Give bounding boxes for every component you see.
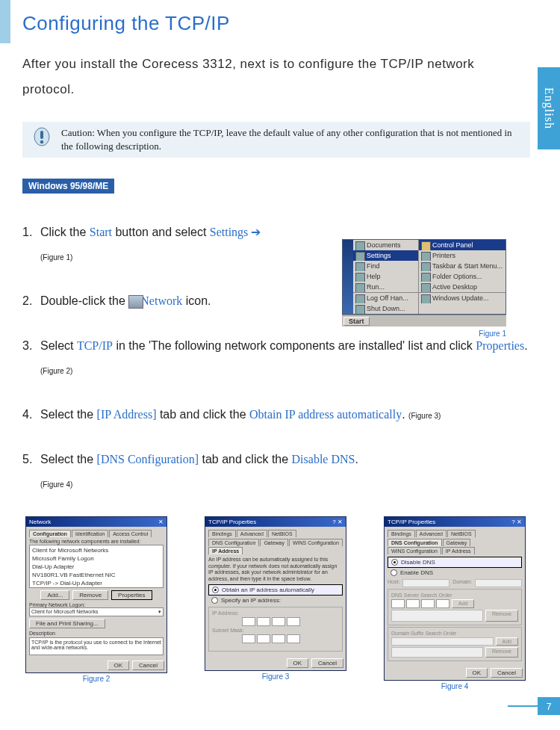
domain-label: Domain: bbox=[452, 579, 472, 587]
tab-ip-address: IP Address bbox=[208, 547, 243, 554]
list-item: Dial-Up Adapter bbox=[31, 563, 162, 571]
caution-box: Caution: When you configure the TCP/IP, … bbox=[22, 122, 530, 158]
sm-item-settings: Settings bbox=[353, 250, 418, 261]
step2-text-a: Double-click the bbox=[40, 294, 128, 307]
step-4: Select the [IP Address] tab and click th… bbox=[22, 403, 530, 427]
properties-button: Properties bbox=[111, 590, 152, 600]
step1-text-b: button and select bbox=[112, 226, 210, 238]
ip-note: An IP address can be automatically assig… bbox=[208, 557, 343, 582]
exclamation-icon bbox=[30, 126, 54, 153]
radio-icon bbox=[391, 569, 397, 576]
close-icon: ? ✕ bbox=[332, 519, 343, 525]
fig4-ref: (Figure 4) bbox=[40, 480, 72, 489]
sm-item: Folder Options... bbox=[419, 271, 505, 282]
sm-item: Run... bbox=[353, 282, 418, 292]
step3-text-b: in the 'The following network components… bbox=[113, 339, 476, 352]
remove-button: Remove bbox=[485, 647, 518, 658]
svg-rect-1 bbox=[40, 131, 43, 139]
figure-2: Network ✕ Configuration Identification A… bbox=[25, 516, 167, 690]
dlg2-titlebar: Network ✕ bbox=[26, 517, 167, 527]
dlg4-title: TCP/IP Properties bbox=[388, 519, 435, 525]
ip-cells bbox=[242, 617, 339, 626]
desc-text: TCP/IP is the protocol you use to connec… bbox=[29, 637, 164, 655]
fig2-ref: (Figure 2) bbox=[40, 367, 72, 375]
step2-text-b: icon. bbox=[182, 294, 211, 307]
tab-gateway: Gateway bbox=[260, 539, 288, 546]
ok-button: OK bbox=[287, 658, 309, 668]
sm-item: Printers bbox=[419, 250, 505, 261]
step-5: Select the [DNS Configuration] tab and c… bbox=[22, 448, 530, 495]
figure1-label: Figure 1 bbox=[342, 330, 506, 338]
step4-text-b: tab and click the bbox=[156, 408, 249, 421]
start-label: Start bbox=[90, 226, 112, 238]
figure-4: TCP/IP Properties ? ✕ Bindings Advanced … bbox=[384, 516, 526, 690]
figure-3: TCP/IP Properties ? ✕ Bindings Advanced … bbox=[205, 516, 346, 690]
radio-icon bbox=[391, 559, 398, 566]
tab-advanced: Advanced bbox=[237, 530, 267, 537]
tab-dns: DNS Configuration bbox=[388, 539, 442, 546]
dlg4-titlebar: TCP/IP Properties ? ✕ bbox=[385, 517, 525, 527]
list-item-selected: TCP/IP -> NV180R1.VB FastEthernet NIC bbox=[31, 587, 162, 588]
remove-button: Remove bbox=[72, 590, 108, 600]
page-number: 7 bbox=[538, 697, 560, 715]
add-button: Add... bbox=[40, 590, 69, 600]
tab-netbios: NetBIOS bbox=[447, 530, 476, 537]
sm-item: Windows Update... bbox=[419, 293, 505, 303]
radio-obtain-auto: Obtain an IP address automatically bbox=[208, 584, 343, 596]
page-number-rule bbox=[508, 705, 538, 707]
file-print-sharing-button: File and Print Sharing... bbox=[29, 619, 105, 628]
properties-label: Properties bbox=[476, 339, 524, 352]
left-gutter-accent bbox=[0, 0, 10, 43]
sm-item: Help bbox=[353, 271, 418, 282]
page-title: Configuring the TCP/IP bbox=[22, 12, 530, 35]
list-item: TCP/IP -> Dial-Up Adapter bbox=[31, 579, 162, 587]
dlg3-title: TCP/IP Properties bbox=[208, 519, 256, 525]
subnet-label: Subnet Mask: bbox=[212, 628, 339, 633]
tab-advanced: Advanced bbox=[416, 530, 447, 537]
fig3-ref: (Figure 3) bbox=[408, 412, 441, 420]
language-tab: English bbox=[538, 67, 560, 149]
step5-text-b: tab and click the bbox=[199, 453, 292, 465]
figure2-label: Figure 2 bbox=[25, 675, 167, 683]
svg-point-2 bbox=[40, 140, 43, 143]
sm-item: Active Desktop bbox=[419, 282, 505, 292]
dlg3-titlebar: TCP/IP Properties ? ✕ bbox=[205, 517, 346, 527]
radio-icon bbox=[212, 587, 219, 593]
add-button: Add bbox=[496, 637, 518, 646]
list-item: Client for Microsoft Networks bbox=[31, 546, 162, 554]
figure-1: Documents Settings Find Help Run... Log … bbox=[342, 239, 506, 338]
remove-button: Remove bbox=[485, 610, 518, 622]
start-menu-stripe bbox=[343, 240, 353, 314]
dlg2-title: Network bbox=[29, 519, 51, 525]
sm-item: Documents bbox=[353, 240, 418, 250]
radio-disable-dns: Disable DNS bbox=[388, 557, 522, 568]
cancel-button: Cancel bbox=[311, 658, 343, 668]
tab-gateway: Gateway bbox=[443, 539, 471, 546]
os-section-label: Windows 95/98/ME bbox=[22, 179, 114, 194]
step4-text-c: . bbox=[402, 408, 408, 421]
obtain-ip-label: Obtain IP address automatically bbox=[249, 408, 402, 421]
list-item: Microsoft Family Logon bbox=[31, 554, 162, 563]
desc-label: Description bbox=[29, 631, 164, 636]
tab-netbios: NetBIOS bbox=[268, 530, 296, 537]
tab-configuration: Configuration bbox=[29, 530, 71, 537]
radio-icon bbox=[211, 597, 218, 604]
close-icon: ✕ bbox=[158, 519, 164, 525]
dns-search-label: DNS Server Search Order bbox=[391, 593, 518, 598]
sm-item-control-panel: Control Panel bbox=[419, 240, 505, 250]
tab-bindings: Bindings bbox=[208, 530, 236, 537]
list-item: NV180R1.VB FastEthernet NIC bbox=[31, 571, 162, 579]
step-3: Select TCP/IP in the 'The following netw… bbox=[22, 334, 530, 382]
radio-specify: Specify an IP address: bbox=[208, 596, 343, 605]
sm-item: Taskbar & Start Menu... bbox=[419, 261, 505, 271]
tab-access-control: Access Control bbox=[109, 530, 152, 537]
dns-cells bbox=[391, 599, 449, 608]
sm-item: Find bbox=[353, 261, 418, 271]
ok-button: OK bbox=[108, 661, 130, 670]
step5-text-a: Select the bbox=[40, 453, 97, 465]
tab-ip-address: IP Address bbox=[442, 547, 475, 554]
cancel-button: Cancel bbox=[491, 668, 523, 678]
tab-wins: WINS Configuration bbox=[289, 539, 343, 546]
settings-label: Settings bbox=[210, 226, 249, 238]
tab-bindings: Bindings bbox=[388, 530, 415, 537]
